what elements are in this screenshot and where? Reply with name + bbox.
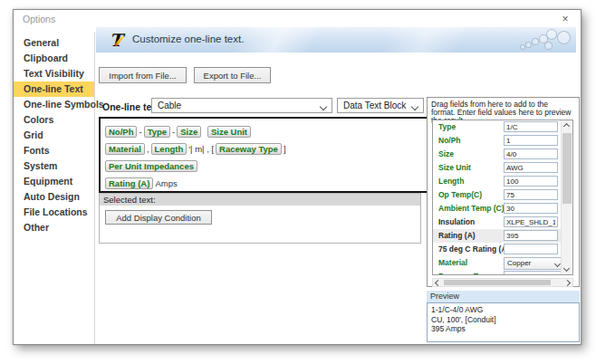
scroll-right-icon[interactable]: [564, 280, 571, 286]
fields-list: TypeNo/PhSizeSize UnitLengthOp Temp(C)Am…: [433, 120, 572, 275]
scroll-down-icon[interactable]: [563, 265, 570, 272]
sidebar: GeneralClipboardText VisibilityOne-line …: [14, 32, 95, 344]
field-row-raceway-type: Raceway TypeConduit: [433, 270, 562, 275]
format-separator-text: Amps: [155, 178, 177, 188]
format-editor[interactable]: No/Ph-Type-Size Size UnitMaterial,Length…: [99, 117, 430, 193]
header-banner: T Customize one-line text.: [96, 27, 576, 53]
field-tag-material[interactable]: Material: [105, 143, 145, 155]
field-label: Op Temp(C): [438, 188, 482, 202]
equipment-type-dropdown[interactable]: Cable: [151, 98, 332, 113]
preview-box: 1-1/C-4/0 AWGCU, 100', [Conduit]395 Amps: [427, 302, 580, 342]
format-line: No/Ph-Type-Size Size Unit: [104, 122, 425, 139]
field-label: No/Ph: [438, 134, 461, 148]
field-row-ambient-temp-c: Ambient Temp (C): [433, 202, 562, 216]
sidebar-item-one-line-text[interactable]: One-line Text: [14, 81, 94, 97]
vertical-scrollbar[interactable]: [561, 120, 572, 274]
field-row-rating-a: Rating (A): [433, 229, 562, 243]
field-label: Size: [438, 148, 454, 161]
window-title: Options: [23, 14, 55, 24]
field-label: Material: [438, 256, 467, 270]
field-label: Ambient Temp (C): [438, 202, 505, 216]
format-separator-text: '| m| , [: [188, 144, 214, 154]
decor-bubble: [557, 31, 571, 44]
preview-line: 1-1/C-4/0 AWG: [431, 305, 575, 315]
sidebar-item-text-visibility[interactable]: Text Visibility: [14, 66, 94, 81]
import-from-file-button[interactable]: Import from File...: [99, 67, 187, 83]
fields-box: TypeNo/PhSizeSize UnitLengthOp Temp(C)Am…: [432, 120, 573, 275]
field-row-op-temp-c: Op Temp(C): [433, 188, 562, 202]
field-value-select[interactable]: Conduit: [504, 271, 563, 275]
sidebar-item-auto-design[interactable]: Auto Design: [14, 189, 94, 205]
sidebar-item-colors[interactable]: Colors: [14, 112, 94, 128]
scroll-up-icon[interactable]: [563, 123, 570, 129]
format-separator-text: [203, 127, 206, 137]
field-tag-rating-a[interactable]: Rating (A): [105, 177, 153, 189]
field-value-input[interactable]: [504, 230, 558, 241]
field-row-75-deg-c-rating-a: 75 deg C Rating (A): [433, 243, 562, 256]
format-separator-text: ,: [147, 144, 149, 154]
page-title: Customize one-line text.: [132, 34, 244, 44]
field-tag-size[interactable]: Size: [177, 126, 201, 138]
preview-header: Preview: [427, 291, 580, 302]
selected-text-header: Selected text:: [100, 194, 420, 206]
field-tag-no-ph[interactable]: No/Ph: [105, 126, 137, 138]
field-value-input[interactable]: [504, 216, 558, 227]
field-value-input[interactable]: [504, 189, 558, 200]
field-label: Length: [438, 175, 464, 188]
field-value-input[interactable]: [504, 176, 558, 187]
sidebar-item-fonts[interactable]: Fonts: [14, 143, 94, 158]
field-value-input[interactable]: [504, 162, 558, 173]
sidebar-item-equipment[interactable]: Equipment: [14, 174, 94, 189]
field-tag-length[interactable]: Length: [151, 143, 187, 155]
decor-bubble: [525, 42, 532, 48]
horizontal-scroll-thumb[interactable]: [444, 280, 551, 285]
field-value-input[interactable]: [504, 148, 558, 159]
text-edit-icon: T: [108, 29, 128, 51]
add-display-condition-button[interactable]: Add Display Condition: [105, 210, 212, 225]
field-label: Type: [438, 120, 456, 134]
field-tag-type[interactable]: Type: [144, 126, 170, 138]
field-row-type: Type: [433, 120, 562, 134]
chevron-down-icon: [554, 261, 561, 267]
format-separator-text: -: [172, 127, 175, 137]
preview-line: CU, 100', [Conduit]: [431, 315, 575, 325]
decor-bubble: [532, 38, 539, 45]
close-icon[interactable]: ×: [558, 12, 572, 26]
field-tag-raceway-type[interactable]: Raceway Type: [216, 143, 282, 155]
format-line: Material,Length'| m| , [Raceway Type]: [104, 139, 425, 156]
field-value-input[interactable]: [504, 121, 558, 132]
format-separator-text: ]: [284, 144, 286, 154]
scroll-left-icon[interactable]: [435, 280, 441, 286]
sidebar-item-system[interactable]: System: [14, 158, 94, 174]
sidebar-item-general[interactable]: General: [14, 35, 94, 51]
horizontal-scrollbar[interactable]: [432, 278, 573, 287]
field-tag-per-unit-impedances[interactable]: Per Unit Impedances: [105, 160, 197, 172]
decor-bubble: [544, 42, 553, 50]
options-dialog: Options × GeneralClipboardText Visibilit…: [13, 9, 582, 345]
field-value-select[interactable]: Copper: [504, 257, 563, 270]
sidebar-item-other[interactable]: Other: [14, 220, 94, 235]
field-row-length: Length: [433, 175, 562, 188]
sidebar-item-clipboard[interactable]: Clipboard: [14, 51, 94, 66]
chevron-down-icon: [554, 274, 561, 275]
field-row-no-ph: No/Ph: [433, 134, 562, 148]
sidebar-item-file-locations[interactable]: File Locations: [14, 205, 94, 220]
sidebar-item-grid[interactable]: Grid: [14, 128, 94, 143]
field-label: Raceway Type: [438, 270, 491, 275]
format-line: Rating (A)Amps: [104, 174, 425, 190]
sidebar-item-one-line-symbols[interactable]: One-line Symbols: [14, 97, 94, 112]
field-label: Insulation: [438, 216, 475, 229]
chevron-down-icon: [411, 103, 418, 110]
text-block-dropdown[interactable]: Data Text Block: [337, 98, 424, 113]
field-row-size: Size: [433, 148, 562, 161]
preview-line: 395 Amps: [431, 324, 575, 334]
vertical-scroll-thumb[interactable]: [562, 133, 572, 204]
field-value-input[interactable]: [504, 244, 558, 254]
field-label: Size Unit: [438, 161, 471, 175]
field-label: 75 deg C Rating (A): [438, 243, 509, 256]
export-to-file-button[interactable]: Export to File...: [194, 67, 271, 83]
field-tag-size-unit[interactable]: Size Unit: [207, 126, 251, 138]
field-value-input[interactable]: [504, 203, 558, 214]
format-line: Per Unit Impedances: [104, 157, 425, 173]
field-value-input[interactable]: [504, 135, 558, 146]
